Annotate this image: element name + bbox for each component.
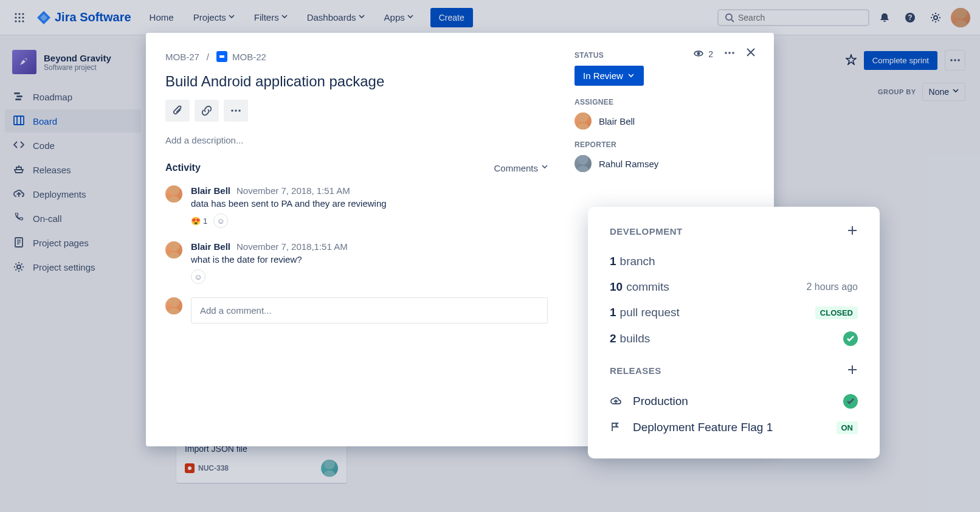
- svg-rect-26: [219, 55, 224, 58]
- pr-status-badge: CLOSED: [815, 306, 858, 319]
- parent-issue-link[interactable]: MOB-27: [165, 52, 199, 62]
- release-success-icon: [843, 394, 858, 409]
- add-development-icon[interactable]: [847, 225, 858, 238]
- development-panel: DEVELOPMENT 1 branch 10 commits 2 hours …: [588, 207, 880, 458]
- activity-filter[interactable]: Comments: [494, 163, 548, 173]
- comment: Blair BellNovember 7, 2018,1:51 AM what …: [165, 241, 548, 284]
- dev-pr-row[interactable]: 1 pull request CLOSED: [610, 300, 858, 325]
- comment-avatar: [165, 241, 182, 258]
- comment-input[interactable]: Add a comment...: [191, 297, 548, 323]
- status-dropdown[interactable]: In Review: [575, 66, 644, 86]
- add-reaction-icon[interactable]: ☺: [213, 213, 228, 228]
- comment-time: November 7, 2018,1:51 AM: [236, 241, 348, 252]
- release-row-production[interactable]: Production: [610, 388, 858, 415]
- comment-text: what is the date for review?: [191, 254, 548, 265]
- comment-avatar: [165, 185, 182, 202]
- reporter-avatar: [575, 155, 592, 172]
- breadcrumb: MOB-27 / MOB-22: [165, 51, 548, 62]
- dev-builds-row[interactable]: 2 builds: [610, 325, 858, 352]
- reporter-field[interactable]: Rahul Ramsey: [575, 155, 757, 172]
- release-row-flag[interactable]: Deployment Feature Flag 1 ON: [610, 415, 858, 440]
- current-user-avatar: [165, 297, 182, 314]
- add-reaction-icon[interactable]: ☺: [191, 269, 205, 284]
- issue-more-icon[interactable]: [724, 47, 735, 60]
- close-icon[interactable]: [746, 47, 757, 60]
- issue-actions-button[interactable]: [224, 100, 248, 122]
- assignee-label: ASSIGNEE: [575, 98, 757, 106]
- link-button[interactable]: [195, 100, 219, 122]
- flag-status-badge: ON: [837, 421, 858, 434]
- releases-heading: RELEASES: [610, 365, 661, 376]
- comment-text: data has been sent to PA and they are re…: [191, 198, 548, 209]
- dev-commits-row[interactable]: 10 commits 2 hours ago: [610, 274, 858, 300]
- story-icon: [216, 51, 227, 62]
- comment-time: November 7, 2018, 1:51 AM: [236, 185, 350, 196]
- build-success-icon: [843, 331, 858, 346]
- assignee-avatar: [575, 112, 592, 130]
- development-heading: DEVELOPMENT: [610, 226, 683, 237]
- comment-author: Blair Bell: [191, 185, 230, 196]
- assignee-field[interactable]: Blair Bell: [575, 112, 757, 130]
- comment: Blair BellNovember 7, 2018, 1:51 AM data…: [165, 185, 548, 228]
- issue-key[interactable]: MOB-22: [216, 51, 266, 62]
- activity-heading: Activity: [165, 162, 201, 173]
- attach-button[interactable]: [165, 100, 190, 122]
- add-release-icon[interactable]: [847, 364, 858, 377]
- comment-author: Blair Bell: [191, 241, 230, 252]
- description-field[interactable]: Add a description...: [165, 135, 548, 145]
- reporter-label: REPORTER: [575, 140, 757, 149]
- reaction[interactable]: 😍1: [191, 216, 207, 226]
- issue-title[interactable]: Build Android application package: [165, 73, 548, 90]
- watchers[interactable]: 2: [694, 49, 713, 60]
- dev-branch-row[interactable]: 1 branch: [610, 249, 858, 274]
